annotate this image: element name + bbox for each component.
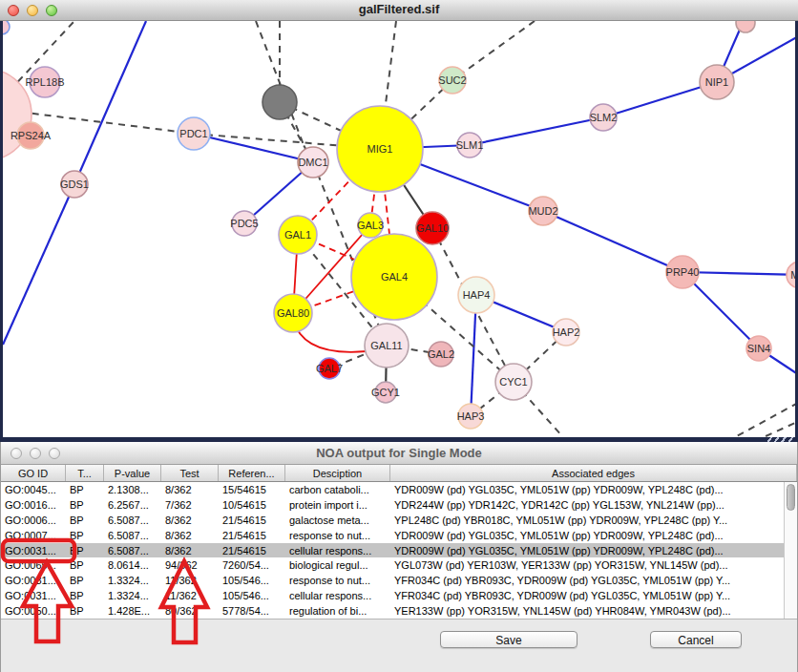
column-header-associated-edges[interactable]: Associated edges xyxy=(390,465,797,481)
table-cell: response to nut... xyxy=(285,528,390,543)
save-button[interactable]: Save xyxy=(440,631,578,648)
table-cell: GO:0031... xyxy=(1,573,66,588)
node-label-GDS1: GDS1 xyxy=(60,178,89,190)
node-label-GAL7: GAL7 xyxy=(316,363,343,374)
table-cell: 2.1308... xyxy=(104,482,161,497)
go-term-table: GO:0045...BP2.1308...8/36215/54615carbon… xyxy=(1,482,797,619)
table-header: GO IDT...P-valueTestReferen...Desciption… xyxy=(1,465,797,482)
node-label-PRP40: PRP40 xyxy=(666,266,700,278)
table-cell: 5778/54... xyxy=(219,603,285,619)
table-cell: 105/546... xyxy=(219,573,285,588)
table-cell: 80/362 xyxy=(161,603,219,619)
column-header-t-[interactable]: T... xyxy=(66,465,104,481)
table-cell: BP xyxy=(66,603,104,619)
table-cell: BP xyxy=(66,497,104,513)
table-cell: carbon cataboli... xyxy=(285,482,390,497)
node-label-GAL1: GAL1 xyxy=(284,229,311,241)
node-gray-node[interactable] xyxy=(262,85,297,119)
node-label-HAP3: HAP3 xyxy=(457,410,485,422)
table-row[interactable]: GO:0016...BP6.2567...7/36210/54615protei… xyxy=(1,497,786,513)
node-label-RPL18B: RPL18B xyxy=(26,76,65,88)
table-row[interactable]: GO:0007...BP6.5087...8/36221/54615respon… xyxy=(1,528,786,543)
table-cell: YGL073W (pd) YER103W, YER133W (pp) YOR31… xyxy=(390,557,786,573)
column-header-go-id[interactable]: GO ID xyxy=(1,465,66,481)
table-row[interactable]: GO:0006...BP6.5087...8/36221/54615galact… xyxy=(1,513,786,528)
table-row[interactable]: GO:0045...BP2.1308...8/36215/54615carbon… xyxy=(1,482,786,497)
table-cell: BP xyxy=(66,513,104,528)
table-cell: 8/362 xyxy=(161,528,219,543)
network-window-title: galFiltered.sif xyxy=(0,2,798,16)
table-cell: YFR034C (pd) YBR093C, YDR009W (pd) YGL03… xyxy=(390,588,786,603)
table-row[interactable]: GO:0065...BP8.0614...94/3627260/54...bio… xyxy=(1,557,786,573)
table-cell: 8.0614... xyxy=(104,557,161,573)
table-cell: 1.3324... xyxy=(104,588,161,603)
table-cell: cellular respons... xyxy=(285,543,390,558)
node-label-RPS24A: RPS24A xyxy=(10,130,52,141)
table-cell: response to nut... xyxy=(285,573,390,588)
noa-window-title: NOA output for Single Mode xyxy=(1,446,797,460)
table-cell: galactose meta... xyxy=(285,513,390,528)
table-cell: 7/362 xyxy=(161,497,219,513)
table-cell: 105/546... xyxy=(219,588,285,603)
node-label-HAP2: HAP2 xyxy=(553,326,580,338)
edge xyxy=(452,21,535,80)
network-graph: RPL18BRPS24AGDS1PDC1DMC1MIG1SUC2SLM1SLM2… xyxy=(0,21,798,437)
table-cell: GO:0031... xyxy=(1,588,66,603)
network-window-titlebar[interactable]: galFiltered.sif xyxy=(0,0,798,21)
table-cell: 8/362 xyxy=(161,482,219,497)
table-cell: 6.2567... xyxy=(104,497,161,513)
table-cell: 21/54615 xyxy=(219,543,285,558)
table-cell: BP xyxy=(66,482,104,497)
table-cell: 6.5087... xyxy=(104,513,161,528)
table-cell: 21/54615 xyxy=(219,513,285,528)
table-row[interactable]: GO:0031...BP1.3324...11/362105/546...res… xyxy=(1,573,786,588)
vertical-scrollbar[interactable] xyxy=(784,482,797,619)
table-row[interactable]: GO:0031...BP6.5087...8/36221/54615cellul… xyxy=(1,543,786,558)
column-header-p-value[interactable]: P-value xyxy=(104,465,161,481)
node-label-NIP1: NIP1 xyxy=(705,76,728,88)
table-cell: BP xyxy=(66,543,104,558)
node-label-SUC2: SUC2 xyxy=(438,74,466,86)
canvas-border-left xyxy=(0,21,3,437)
node-label-MIG1: MIG1 xyxy=(368,143,393,155)
node-top-right-pink[interactable] xyxy=(736,21,755,32)
table-cell: 10/54615 xyxy=(219,497,285,513)
table-cell: YDR244W (pp) YDR142C, YDR142C (pp) YGL15… xyxy=(390,497,786,513)
table-cell: GO:0045... xyxy=(1,482,66,497)
noa-output-window: NOA output for Single Mode GO IDT...P-va… xyxy=(0,442,798,672)
table-cell: YER133W (pp) YOR315W, YNL145W (pd) YHR08… xyxy=(390,603,786,619)
column-header-test[interactable]: Test xyxy=(161,465,219,481)
table-cell: 6.5087... xyxy=(104,543,161,558)
table-cell: YDR009W (pd) YGL035C, YML051W (pp) YDR00… xyxy=(390,482,786,497)
table-cell: GO:0007... xyxy=(1,528,66,543)
column-header-referen-[interactable]: Referen... xyxy=(219,465,285,481)
node-label-SIN4: SIN4 xyxy=(747,343,770,354)
table-cell: GO:0016... xyxy=(1,497,66,513)
table-cell: YFR034C (pd) YBR093C, YDR009W (pd) YGL03… xyxy=(390,573,786,588)
node-label-PDC1: PDC1 xyxy=(179,128,207,139)
table-cell: 94/362 xyxy=(161,557,219,573)
edge xyxy=(194,134,313,162)
table-cell: BP xyxy=(66,557,104,573)
table-cell: 1.3324... xyxy=(104,573,161,588)
node-label-CYC1: CYC1 xyxy=(499,376,527,388)
network-canvas[interactable]: RPL18BRPS24AGDS1PDC1DMC1MIG1SUC2SLM1SLM2… xyxy=(0,21,798,437)
network-window: galFiltered.sif RPL18BRPS24AGDS1PDC1DMC1… xyxy=(0,0,798,442)
node-label-GAL10: GAL10 xyxy=(416,222,449,234)
edge xyxy=(3,184,74,345)
column-header-desciption[interactable]: Desciption xyxy=(285,465,390,481)
edge xyxy=(74,21,146,184)
table-cell: GO:0031... xyxy=(1,543,66,558)
node-label-GAL2: GAL2 xyxy=(428,348,454,360)
noa-window-titlebar[interactable]: NOA output for Single Mode xyxy=(1,442,797,465)
table-cell: protein import i... xyxy=(285,497,390,513)
table-cell: 21/54615 xyxy=(219,528,285,543)
table-cell: YPL248C (pd) YBR018C, YML051W (pp) YDR00… xyxy=(390,513,786,528)
table-row[interactable]: GO:0031...BP1.3324...11/362105/546...cel… xyxy=(1,588,786,603)
table-cell: biological regul... xyxy=(285,557,390,573)
table-row[interactable]: GO:0050...BP1.428E...80/3625778/54...reg… xyxy=(1,603,786,619)
edge xyxy=(543,211,682,272)
scrollbar-thumb[interactable] xyxy=(787,484,795,511)
node-label-GAL4: GAL4 xyxy=(381,271,408,283)
cancel-button[interactable]: Cancel xyxy=(650,631,742,648)
